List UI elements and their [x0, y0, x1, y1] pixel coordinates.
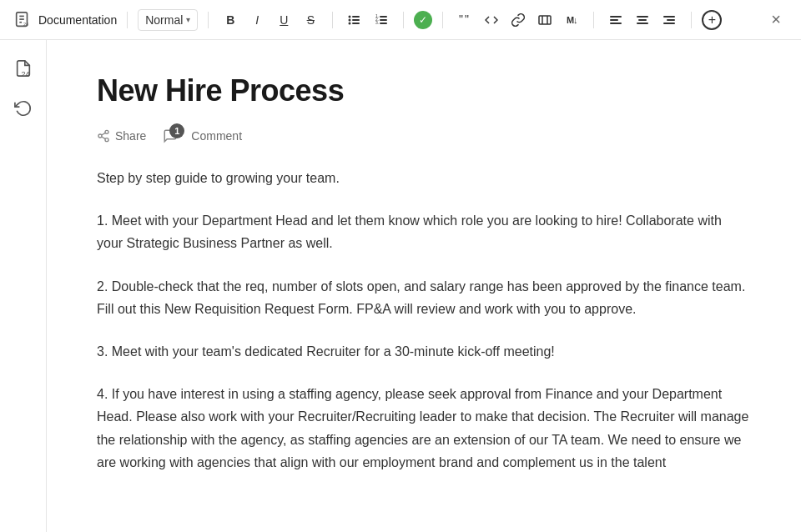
align-buttons: [604, 8, 681, 32]
svg-point-5: [349, 15, 351, 18]
svg-rect-10: [352, 23, 360, 24]
align-center-button[interactable]: [631, 8, 654, 32]
svg-text:": ": [465, 13, 469, 26]
svg-point-31: [105, 130, 108, 133]
sidebar-icon-document[interactable]: 24: [8, 53, 38, 83]
toolbar-divider-7: [691, 12, 692, 28]
paragraph-step1: 1. Meet with your Department Head and le…: [97, 209, 751, 254]
add-button[interactable]: +: [702, 10, 722, 30]
svg-text:3.: 3.: [375, 20, 379, 25]
embed-button[interactable]: [533, 8, 557, 32]
toolbar-left: 24 Documentation Normal ▾ B I U S: [13, 8, 722, 32]
toolbar-divider: [127, 12, 128, 28]
comment-action[interactable]: 1 Comment: [163, 128, 242, 143]
svg-point-9: [349, 22, 351, 24]
comment-badge: 1: [169, 123, 184, 138]
share-action[interactable]: Share: [97, 129, 146, 143]
toolbar-divider-4: [403, 12, 404, 28]
comment-label: Comment: [191, 129, 242, 143]
main-content: New Hire Process Share 1 Comment: [47, 40, 801, 532]
svg-text:24: 24: [23, 22, 28, 27]
list-buttons: 1. 2. 3.: [343, 8, 393, 32]
code-button[interactable]: [480, 8, 503, 32]
svg-rect-6: [352, 16, 360, 18]
svg-rect-22: [610, 16, 622, 18]
share-label: Share: [115, 129, 146, 143]
toolbar-divider-3: [332, 12, 333, 28]
document-title: Documentation: [38, 13, 117, 27]
strikethrough-button[interactable]: S: [299, 8, 322, 32]
quote-button[interactable]: " ": [453, 8, 476, 32]
underline-button[interactable]: U: [272, 8, 295, 32]
italic-button[interactable]: I: [245, 8, 269, 32]
document-body: Step by step guide to growing your team.…: [97, 167, 751, 474]
toolbar-divider-6: [593, 12, 594, 28]
text-format-buttons: B I U S: [219, 8, 322, 32]
toolbar-divider-2: [208, 12, 209, 28]
toolbar-divider-5: [442, 12, 443, 28]
svg-rect-23: [610, 19, 618, 21]
close-button[interactable]: ×: [764, 7, 788, 33]
align-left-button[interactable]: [604, 8, 627, 32]
svg-line-35: [102, 133, 106, 135]
style-label: Normal: [145, 13, 183, 27]
sidebar-icon-history[interactable]: [8, 93, 38, 123]
toolbar-right: ×: [764, 7, 788, 33]
svg-rect-19: [539, 16, 551, 24]
svg-point-33: [105, 138, 108, 142]
svg-rect-26: [638, 19, 647, 21]
svg-point-7: [349, 18, 351, 21]
svg-rect-14: [380, 19, 387, 21]
svg-rect-8: [352, 19, 360, 21]
svg-rect-28: [663, 16, 675, 18]
paragraph-intro: Step by step guide to growing your team.: [97, 167, 751, 189]
sidebar: 24: [0, 40, 47, 532]
svg-rect-16: [380, 23, 387, 24]
check-icon: ✓: [414, 11, 432, 29]
paragraph-step4: 4. If you have interest in using a staff…: [97, 383, 751, 474]
extra-format-buttons: " ": [453, 8, 583, 32]
svg-rect-24: [610, 23, 622, 24]
document-heading: New Hire Process: [97, 73, 751, 108]
svg-rect-29: [667, 19, 675, 21]
toolbar: 24 Documentation Normal ▾ B I U S: [0, 0, 801, 40]
svg-point-32: [98, 134, 102, 138]
markdown-button[interactable]: M↓: [560, 8, 583, 32]
svg-line-34: [102, 137, 106, 139]
svg-rect-30: [663, 23, 675, 24]
svg-rect-12: [380, 16, 387, 18]
unordered-list-button[interactable]: [343, 8, 366, 32]
paragraph-step3: 3. Meet with your team's dedicated Recru…: [97, 340, 751, 363]
link-button[interactable]: [506, 8, 530, 32]
svg-text:": ": [459, 13, 463, 26]
chevron-down-icon: ▾: [186, 15, 190, 24]
share-icon: [97, 129, 110, 143]
document-icon: 24: [13, 11, 32, 29]
align-right-button[interactable]: [657, 8, 681, 32]
svg-rect-25: [637, 16, 648, 18]
bold-button[interactable]: B: [219, 8, 242, 32]
style-selector[interactable]: Normal ▾: [138, 9, 198, 31]
svg-rect-27: [637, 23, 648, 24]
action-bar: Share 1 Comment: [97, 128, 751, 143]
ordered-list-button[interactable]: 1. 2. 3.: [370, 8, 393, 32]
paragraph-step2: 2. Double-check that the req, number of …: [97, 275, 751, 320]
